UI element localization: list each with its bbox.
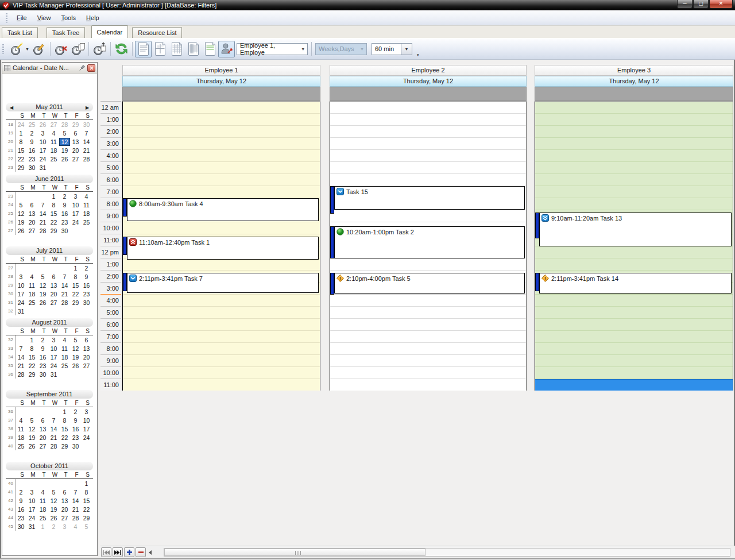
- day-cell[interactable]: 31: [37, 164, 48, 172]
- day-cell[interactable]: 1: [16, 129, 26, 137]
- day-cell[interactable]: 5: [81, 523, 92, 531]
- day-cell[interactable]: 14: [16, 353, 26, 361]
- day-cell[interactable]: 22: [16, 155, 26, 163]
- close-button[interactable]: ✕: [709, 0, 733, 9]
- day-cell[interactable]: 19: [16, 218, 26, 226]
- day-cell[interactable]: 28: [70, 514, 81, 522]
- day-cell[interactable]: 24: [48, 362, 59, 370]
- day-cell[interactable]: 6: [81, 336, 92, 344]
- day-cell[interactable]: 13: [37, 425, 48, 433]
- day-cell[interactable]: 22: [81, 505, 92, 513]
- task-event[interactable]: 11:10am-12:40pm Task 1: [123, 237, 320, 260]
- day-cell[interactable]: 4: [37, 488, 48, 496]
- day-cell[interactable]: 29: [70, 121, 81, 129]
- new-task-button[interactable]: [9, 41, 25, 57]
- day-cell[interactable]: 30: [70, 442, 81, 450]
- day-cell[interactable]: 8: [70, 273, 81, 281]
- day-cell[interactable]: 7: [48, 416, 59, 424]
- day-cell[interactable]: 18: [37, 505, 48, 513]
- column-body[interactable]: 8:00am-9:30am Task 4 11:10am-12:40pm Tas…: [122, 101, 320, 391]
- day-cell[interactable]: 8: [48, 201, 59, 209]
- day-cell[interactable]: 24: [81, 434, 92, 442]
- day-cell[interactable]: 1: [70, 264, 81, 272]
- day-cell[interactable]: 6: [26, 201, 37, 209]
- day-cell[interactable]: 21: [37, 218, 48, 226]
- day-cell[interactable]: 9: [26, 138, 37, 146]
- day-cell[interactable]: 17: [48, 353, 59, 361]
- day-cell[interactable]: 18: [59, 353, 70, 361]
- day-cell[interactable]: 30: [59, 227, 70, 235]
- month-grid-view-button[interactable]: [168, 41, 185, 57]
- day-cell[interactable]: 6: [48, 273, 59, 281]
- day-cell[interactable]: 30: [26, 164, 37, 172]
- day-cell[interactable]: 22: [26, 362, 37, 370]
- next-month-icon[interactable]: ▶: [84, 104, 91, 112]
- column-resource-header[interactable]: Employee 2: [330, 65, 527, 76]
- day-cell[interactable]: 4: [81, 192, 92, 200]
- day-cell[interactable]: 28: [16, 370, 26, 379]
- minimize-button[interactable]: ─: [677, 0, 693, 9]
- day-cell[interactable]: 11: [59, 345, 70, 353]
- day-cell[interactable]: 19: [37, 290, 48, 298]
- day-cell[interactable]: 8: [81, 488, 92, 496]
- column-date-header[interactable]: Thursday, May 12: [330, 76, 527, 87]
- day-cell[interactable]: 19: [70, 353, 81, 361]
- column-date-header[interactable]: Thursday, May 12: [535, 76, 733, 87]
- multi-column-view-button[interactable]: [152, 41, 168, 57]
- day-cell[interactable]: 11: [48, 138, 59, 146]
- restore-button[interactable]: ▢: [693, 0, 709, 9]
- day-cell[interactable]: 6: [59, 488, 70, 496]
- resource-filter-combo[interactable]: Employee 1, Employe▼: [237, 43, 308, 55]
- day-cell[interactable]: 2: [48, 523, 59, 531]
- day-cell[interactable]: 3: [48, 336, 59, 344]
- day-cell[interactable]: 23: [70, 434, 81, 442]
- day-cell[interactable]: 26: [37, 121, 48, 129]
- day-cell[interactable]: 27: [37, 442, 48, 450]
- day-cell[interactable]: 23: [59, 218, 70, 226]
- day-cell[interactable]: 15: [16, 146, 26, 155]
- day-cell[interactable]: 25: [81, 218, 92, 226]
- day-cell[interactable]: 20: [37, 434, 48, 442]
- day-cell[interactable]: 3: [81, 408, 92, 416]
- toolbar-overflow-icon[interactable]: ▾: [417, 53, 423, 57]
- prev-month-icon[interactable]: ◀: [8, 104, 15, 112]
- day-cell[interactable]: 7: [70, 488, 81, 496]
- task-event[interactable]: 9:10am-11:20am Task 13: [535, 213, 733, 246]
- day-cell[interactable]: 8: [16, 138, 26, 146]
- day-cell[interactable]: 25: [48, 155, 59, 163]
- day-cell[interactable]: 30: [37, 370, 48, 379]
- task-event[interactable]: ! 2:10pm-4:00pm Task 5: [330, 273, 526, 295]
- day-cell[interactable]: 13: [81, 345, 92, 353]
- day-cell[interactable]: 28: [81, 155, 92, 163]
- day-cell[interactable]: 2: [26, 129, 37, 137]
- day-cell[interactable]: 14: [48, 425, 59, 433]
- tab-resource-list[interactable]: Resource List: [132, 27, 182, 38]
- day-cell[interactable]: 31: [48, 370, 59, 379]
- day-cell[interactable]: 16: [59, 210, 70, 218]
- edit-task-button[interactable]: [31, 41, 48, 57]
- day-cell[interactable]: 7: [81, 129, 92, 137]
- day-cell[interactable]: 4: [48, 129, 59, 137]
- day-cell[interactable]: 26: [70, 362, 81, 370]
- day-cell[interactable]: 2: [59, 192, 70, 200]
- scroll-left-button[interactable]: [147, 547, 154, 557]
- day-cell[interactable]: 22: [59, 434, 70, 442]
- day-cell[interactable]: 23: [16, 514, 26, 522]
- day-cell[interactable]: 4: [16, 416, 26, 424]
- task-event[interactable]: 10:20am-1:00pm Task 2: [330, 226, 526, 258]
- day-cell[interactable]: 28: [59, 299, 70, 307]
- day-cell[interactable]: 20: [26, 218, 37, 226]
- new-task-dropdown-icon[interactable]: ▼: [25, 47, 31, 51]
- duplicate-task-button[interactable]: [69, 41, 86, 57]
- task-event[interactable]: 8:00am-9:30am Task 4: [123, 198, 320, 221]
- day-cell[interactable]: 28: [48, 442, 59, 450]
- day-cell[interactable]: 10: [70, 201, 81, 209]
- allday-band[interactable]: [330, 87, 527, 101]
- tab-calendar[interactable]: Calendar: [91, 25, 129, 38]
- day-cell[interactable]: 12: [48, 497, 59, 505]
- day-cell[interactable]: 11: [16, 425, 26, 433]
- day-cell[interactable]: 24: [26, 514, 37, 522]
- day-cell[interactable]: 4: [70, 523, 81, 531]
- day-cell[interactable]: 2: [16, 488, 26, 496]
- dense-grid-view-button[interactable]: [185, 41, 202, 57]
